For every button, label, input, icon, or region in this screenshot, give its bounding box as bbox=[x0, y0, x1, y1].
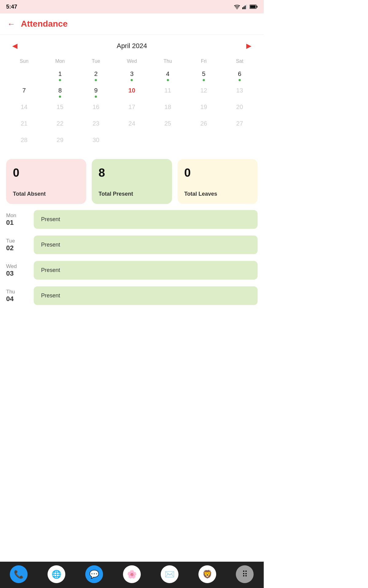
day-number: 25 bbox=[164, 119, 171, 128]
day-number: 5 bbox=[202, 70, 205, 78]
svg-rect-6 bbox=[257, 6, 258, 8]
signal-icon bbox=[242, 4, 248, 9]
attendance-dot bbox=[131, 79, 133, 81]
day-number: 30 bbox=[93, 136, 99, 144]
calendar-month-title: April 2024 bbox=[117, 42, 147, 50]
status-bar: 5:47 bbox=[0, 0, 264, 13]
calendar-day-cell[interactable]: 1 bbox=[42, 68, 78, 83]
weekday-thu: Thu bbox=[150, 57, 186, 66]
calendar-day-cell[interactable]: 4 bbox=[150, 68, 186, 83]
calendar-day-cell bbox=[150, 134, 186, 149]
calendar-grid: Sun Mon Tue Wed Thu Fri Sat 123456789101… bbox=[6, 57, 258, 149]
attendance-status[interactable]: Present bbox=[34, 261, 258, 280]
attendance-dot bbox=[95, 96, 97, 98]
attendance-date: Thu04 bbox=[6, 289, 28, 303]
page-title: Attendance bbox=[21, 19, 67, 29]
svg-rect-7 bbox=[250, 6, 256, 8]
calendar-section: ◀ April 2024 ▶ Sun Mon Tue Wed Thu Fri S… bbox=[0, 35, 264, 152]
day-number: 6 bbox=[238, 70, 241, 78]
day-number: 16 bbox=[93, 103, 99, 111]
calendar-day-cell[interactable]: 29 bbox=[42, 134, 78, 149]
day-number: 26 bbox=[200, 119, 207, 128]
calendar-weekdays: Sun Mon Tue Wed Thu Fri Sat bbox=[6, 57, 258, 66]
day-number: 7 bbox=[22, 86, 26, 95]
calendar-day-cell[interactable]: 25 bbox=[150, 117, 186, 133]
day-number: 12 bbox=[200, 86, 207, 95]
attendance-status[interactable]: Present bbox=[34, 236, 258, 254]
present-count: 8 bbox=[98, 167, 165, 179]
attendance-day-label: Mon bbox=[6, 213, 16, 219]
calendar-day-cell[interactable]: 16 bbox=[78, 101, 114, 116]
day-number: 8 bbox=[58, 86, 62, 95]
day-number: 11 bbox=[164, 86, 171, 95]
attendance-day-label: Wed bbox=[6, 263, 17, 270]
attendance-date: Wed03 bbox=[6, 263, 28, 277]
calendar-day-cell[interactable]: 7 bbox=[6, 84, 42, 100]
calendar-day-cell bbox=[186, 134, 222, 149]
attendance-date: Mon01 bbox=[6, 213, 28, 227]
calendar-day-cell[interactable]: 22 bbox=[42, 117, 78, 133]
calendar-day-cell[interactable]: 8 bbox=[42, 84, 78, 100]
calendar-day-cell[interactable]: 27 bbox=[222, 117, 258, 133]
absent-count: 0 bbox=[13, 167, 79, 179]
attendance-dot bbox=[239, 79, 241, 81]
present-card: 8 Total Present bbox=[92, 159, 172, 204]
calendar-day-cell[interactable]: 28 bbox=[6, 134, 42, 149]
calendar-day-cell[interactable]: 17 bbox=[114, 101, 150, 116]
present-label: Total Present bbox=[98, 191, 165, 197]
status-time: 5:47 bbox=[6, 4, 17, 10]
svg-rect-3 bbox=[245, 6, 246, 9]
header: ← Attendance bbox=[0, 13, 264, 35]
day-number: 19 bbox=[200, 103, 207, 111]
phone-icon[interactable]: 📞 bbox=[10, 565, 28, 583]
app-drawer-icon[interactable]: ⠿ bbox=[236, 565, 254, 583]
calendar-days: 1234567891011121314151617181920212223242… bbox=[6, 68, 258, 149]
attendance-status[interactable]: Present bbox=[34, 210, 258, 229]
messages-icon[interactable]: 💬 bbox=[85, 565, 103, 583]
next-month-button[interactable]: ▶ bbox=[243, 41, 255, 51]
calendar-day-cell[interactable]: 24 bbox=[114, 117, 150, 133]
calendar-day-cell[interactable]: 21 bbox=[6, 117, 42, 133]
calendar-day-cell[interactable]: 13 bbox=[222, 84, 258, 100]
attendance-dot bbox=[203, 79, 205, 81]
calendar-day-cell[interactable]: 6 bbox=[222, 68, 258, 83]
battery-icon bbox=[250, 5, 258, 9]
attendance-dot bbox=[59, 96, 61, 98]
day-number: 15 bbox=[57, 103, 63, 111]
calendar-day-cell[interactable]: 19 bbox=[186, 101, 222, 116]
calendar-day-cell[interactable]: 11 bbox=[150, 84, 186, 100]
calendar-day-cell[interactable]: 9 bbox=[78, 84, 114, 100]
calendar-day-cell[interactable]: 20 bbox=[222, 101, 258, 116]
leaves-count: 0 bbox=[184, 167, 251, 179]
svg-point-0 bbox=[237, 9, 238, 9]
attendance-list: Mon01PresentTue02PresentWed03PresentThu0… bbox=[0, 207, 264, 305]
weekday-wed: Wed bbox=[114, 57, 150, 66]
calendar-day-cell[interactable]: 26 bbox=[186, 117, 222, 133]
weekday-tue: Tue bbox=[78, 57, 114, 66]
calendar-day-cell[interactable]: 30 bbox=[78, 134, 114, 149]
calendar-day-cell[interactable]: 15 bbox=[42, 101, 78, 116]
gmail-icon[interactable]: ✉️ bbox=[161, 565, 178, 583]
calendar-day-cell[interactable]: 2 bbox=[78, 68, 114, 83]
chrome-icon[interactable]: 🌐 bbox=[48, 565, 65, 583]
attendance-date: Tue02 bbox=[6, 238, 28, 252]
day-number: 27 bbox=[236, 119, 243, 128]
calendar-day-cell bbox=[6, 68, 42, 83]
calendar-day-cell[interactable]: 12 bbox=[186, 84, 222, 100]
calendar-day-cell[interactable]: 14 bbox=[6, 101, 42, 116]
day-number: 2 bbox=[94, 70, 98, 78]
calendar-day-cell[interactable]: 23 bbox=[78, 117, 114, 133]
calendar-day-cell[interactable]: 3 bbox=[114, 68, 150, 83]
custom-app-icon[interactable]: 🦁 bbox=[198, 565, 216, 583]
svg-rect-2 bbox=[243, 6, 244, 9]
day-number: 1 bbox=[58, 70, 62, 78]
back-button[interactable]: ← bbox=[7, 20, 15, 28]
calendar-day-cell[interactable]: 10 bbox=[114, 84, 150, 100]
calendar-day-cell[interactable]: 5 bbox=[186, 68, 222, 83]
day-number: 23 bbox=[93, 119, 99, 128]
calendar-day-cell[interactable]: 18 bbox=[150, 101, 186, 116]
attendance-status[interactable]: Present bbox=[34, 286, 258, 305]
photos-icon[interactable]: 🌸 bbox=[123, 565, 141, 583]
prev-month-button[interactable]: ◀ bbox=[9, 41, 21, 51]
calendar-nav: ◀ April 2024 ▶ bbox=[6, 41, 258, 51]
